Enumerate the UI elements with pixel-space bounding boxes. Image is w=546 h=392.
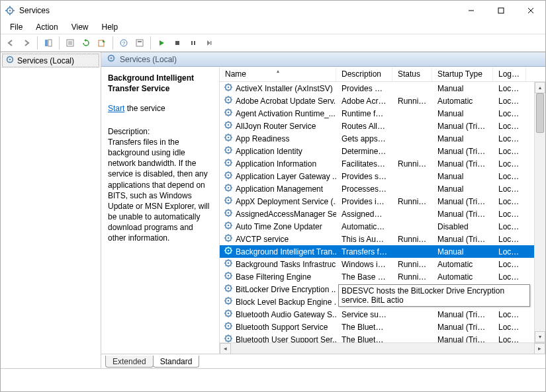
service-row[interactable]: AllJoyn Router ServiceRoutes AllJo...Man…	[220, 120, 545, 132]
service-row[interactable]: Agent Activation Runtime_...Runtime for.…	[220, 107, 545, 120]
scroll-thumb[interactable]	[536, 93, 544, 133]
svg-line-205	[226, 298, 226, 299]
start-service-button[interactable]	[154, 36, 169, 50]
service-log-on: Local Se	[493, 235, 526, 244]
service-row[interactable]: App ReadinessGets apps re...ManualLocal …	[220, 132, 545, 145]
service-description: Runtime for...	[336, 109, 392, 118]
svg-line-68	[230, 122, 231, 123]
show-hide-tree-button[interactable]	[41, 36, 56, 50]
minimize-button[interactable]	[456, 1, 486, 20]
svg-line-46	[230, 102, 231, 102]
pause-service-button[interactable]	[186, 36, 201, 50]
service-row[interactable]: Background Tasks Infrastruc...Windows in…	[220, 258, 545, 270]
properties-button[interactable]	[63, 36, 77, 50]
service-row[interactable]: Application IdentityDetermines ...Manual…	[220, 145, 545, 157]
service-row[interactable]: Adobe Acrobat Update Serv...Adobe Acro..…	[220, 95, 545, 107]
menu-help[interactable]: Help	[95, 21, 125, 33]
scroll-left-button[interactable]: ◂	[220, 343, 231, 354]
close-button[interactable]	[516, 1, 545, 20]
service-row[interactable]: AppX Deployment Service (...Provides inf…	[220, 195, 545, 208]
scroll-down-button[interactable]: ▾	[535, 331, 545, 342]
column-name[interactable]: Name▴	[220, 67, 336, 81]
export-button[interactable]	[95, 36, 109, 50]
gear-icon	[224, 196, 233, 207]
services-list: Name▴ Description Status Startup Type Lo…	[219, 67, 545, 354]
service-description: Determines ...	[336, 147, 392, 156]
service-name: AllJoyn Router Service	[236, 122, 316, 131]
service-startup-type: Manual	[432, 172, 493, 181]
svg-line-176	[230, 265, 231, 266]
svg-line-98	[230, 160, 231, 161]
horizontal-scrollbar[interactable]: ◂ ▸	[220, 342, 545, 354]
scroll-right-button[interactable]: ▸	[534, 343, 545, 354]
menu-file[interactable]: File	[3, 21, 29, 33]
service-status: Running	[392, 197, 432, 206]
column-status[interactable]: Status	[392, 67, 432, 81]
tab-standard[interactable]: Standard	[153, 356, 200, 368]
service-name: Application Information	[236, 159, 316, 169]
service-log-on: Local Se	[493, 323, 526, 332]
service-row[interactable]: Auto Time Zone UpdaterAutomatica...Disab…	[220, 220, 545, 233]
back-button[interactable]	[3, 36, 18, 50]
column-description[interactable]: Description	[336, 67, 392, 81]
help-button[interactable]: ?	[116, 36, 131, 50]
tab-extended[interactable]: Extended	[105, 356, 154, 368]
svg-line-138	[230, 210, 231, 211]
restart-service-button[interactable]	[202, 36, 216, 50]
svg-line-235	[226, 336, 226, 336]
service-name: Auto Time Zone Updater	[236, 222, 322, 231]
tree-root-services-local[interactable]: Services (Local)	[2, 54, 99, 67]
service-row[interactable]: Application ManagementProcesses in...Man…	[220, 182, 545, 195]
gear-icon	[224, 321, 233, 333]
svg-rect-19	[136, 40, 143, 46]
service-row[interactable]: ActiveX Installer (AxInstSV)Provides Us.…	[220, 82, 545, 95]
service-row[interactable]: Application Layer Gateway ...Provides su…	[220, 170, 545, 182]
service-startup-type: Manual (Trig...	[432, 122, 493, 131]
service-log-on: Local Sy	[493, 197, 526, 206]
service-row[interactable]: Bluetooth User Support Ser...The Bluetoo…	[220, 333, 545, 342]
service-log-on: Local Sy	[493, 184, 526, 194]
service-row[interactable]: Bluetooth Audio Gateway S...Service sup.…	[220, 308, 545, 321]
service-row[interactable]: Bluetooth Support ServiceThe Bluetoo...M…	[220, 321, 545, 333]
maximize-button[interactable]	[486, 1, 516, 20]
scroll-track[interactable]	[535, 93, 545, 331]
svg-line-55	[226, 110, 226, 110]
svg-line-128	[230, 198, 231, 198]
window-title: Services	[19, 6, 50, 15]
service-description: Gets apps re...	[336, 134, 392, 143]
forward-button[interactable]	[19, 36, 34, 50]
scroll-up-button[interactable]: ▴	[535, 82, 545, 93]
vertical-scrollbar[interactable]: ▴ ▾	[534, 82, 545, 342]
service-row[interactable]: Background Intelligent Tran...Transfers …	[220, 245, 545, 258]
service-row[interactable]: Application InformationFacilitates t...R…	[220, 157, 545, 170]
start-link[interactable]: Start	[108, 104, 124, 113]
stop-service-button[interactable]	[170, 36, 185, 50]
svg-rect-11	[48, 40, 52, 46]
menu-view[interactable]: View	[65, 21, 95, 33]
service-log-on: Local Sy	[493, 84, 526, 93]
svg-line-106	[230, 177, 231, 178]
column-startup-type[interactable]: Startup Type	[432, 67, 493, 81]
svg-rect-21	[175, 41, 179, 45]
svg-point-170	[228, 262, 230, 264]
svg-point-230	[228, 338, 230, 340]
service-description: Processes in...	[336, 184, 392, 194]
menu-action[interactable]: Action	[29, 21, 64, 33]
svg-line-155	[226, 235, 226, 236]
service-row[interactable]: Base Filtering EngineThe Base Fil...Runn…	[220, 270, 545, 283]
service-name: Base Filtering Engine	[236, 272, 311, 282]
svg-line-95	[226, 160, 226, 161]
svg-line-225	[226, 323, 226, 324]
svg-rect-23	[194, 41, 195, 45]
refresh-button[interactable]	[79, 36, 93, 50]
svg-line-185	[226, 273, 226, 274]
gear-icon	[224, 296, 233, 307]
column-log-on[interactable]: Log On	[493, 67, 526, 81]
service-row[interactable]: AVCTP serviceThis is Audi...RunningManua…	[220, 233, 545, 245]
prop-sheet-button[interactable]	[132, 36, 147, 50]
gear-icon	[224, 208, 233, 219]
svg-point-150	[228, 237, 230, 239]
service-row[interactable]: AssignedAccessManager Se...AssignedAc...…	[220, 208, 545, 220]
service-startup-type: Manual	[432, 184, 493, 194]
svg-point-140	[228, 225, 230, 227]
